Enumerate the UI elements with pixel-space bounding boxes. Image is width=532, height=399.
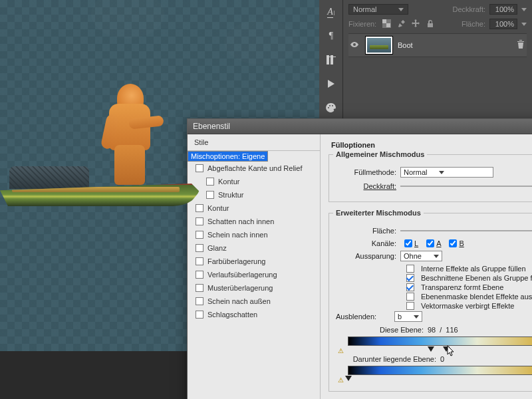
option-label: Interne Effekte als Gruppe füllen	[421, 265, 526, 273]
style-item[interactable]: Kontur	[188, 175, 320, 188]
svg-rect-5	[386, 23, 390, 27]
style-item[interactable]: Mischoptionen: Eigene	[188, 151, 268, 162]
channel-a[interactable]: A	[426, 239, 441, 247]
style-label: Mischoptionen: Eigene	[191, 152, 265, 160]
style-item[interactable]: Glanz	[188, 241, 320, 255]
trash-icon[interactable]	[516, 40, 525, 51]
style-label: Schein nach innen	[207, 231, 268, 239]
style-checkbox[interactable]	[196, 284, 203, 292]
style-item[interactable]: Verlaufsüberlagerung	[188, 268, 320, 281]
style-label: Schein nach außen	[207, 297, 271, 305]
blend-if-section: Ausblenden: b Diese Ebene: 98 / 116 255	[336, 311, 532, 375]
vertical-toolstrip: A| ¶	[319, 0, 343, 120]
layer-thumbnail[interactable]	[366, 37, 392, 54]
slider-shadow[interactable]	[345, 376, 352, 381]
measure-icon[interactable]	[319, 48, 343, 72]
general-blend-legend: Allgemeiner Mischmodus	[333, 150, 427, 158]
style-label: Kontur	[207, 204, 229, 212]
option-label: Beschnittene Ebenen als Gruppe f	[421, 274, 532, 282]
style-item[interactable]: Schlagschatten	[188, 308, 320, 321]
channel-b[interactable]: B	[449, 239, 464, 247]
option-label: Transparenz formt Ebene	[421, 283, 503, 291]
style-checkbox[interactable]	[206, 191, 214, 199]
fill-options-title: Fülloptionen	[331, 141, 532, 149]
under-layer-low: 0	[440, 355, 444, 363]
style-checkbox[interactable]	[206, 178, 214, 186]
fisherman-figure	[100, 84, 160, 197]
slider-shadow-b[interactable]	[443, 346, 450, 352]
style-label: Abgeflachte Kante und Relief	[207, 164, 303, 172]
slider-shadow-a[interactable]	[428, 346, 434, 352]
style-item[interactable]: Struktur	[188, 188, 320, 201]
style-label: Schlagschatten	[207, 311, 257, 319]
style-item[interactable]: Abgeflachte Kante und Relief	[188, 162, 320, 175]
this-layer-gradient[interactable]	[348, 336, 532, 346]
blendif-channel-select[interactable]: b	[394, 311, 422, 322]
lock-transparency-icon[interactable]	[382, 19, 391, 28]
style-item[interactable]: Farbüberlagerung	[188, 255, 320, 268]
visibility-eye-icon[interactable]	[350, 40, 360, 51]
option-label: Vektormaske verbirgt Effekte	[421, 302, 514, 310]
style-checkbox[interactable]	[196, 257, 203, 265]
svg-rect-2	[327, 57, 336, 57]
styles-list: Stile Mischoptionen: EigeneAbgeflachte K…	[188, 134, 321, 399]
play-icon[interactable]	[319, 72, 343, 96]
lock-move-icon[interactable]	[412, 19, 420, 28]
style-item[interactable]: Schein nach innen	[188, 228, 320, 241]
option-checkbox[interactable]	[406, 302, 414, 310]
layer-opacity-label: Deckkraft:	[452, 5, 485, 13]
palette-icon[interactable]	[319, 96, 343, 120]
style-checkbox[interactable]	[196, 217, 203, 225]
under-layer-gradient[interactable]	[348, 366, 532, 375]
lock-all-icon[interactable]	[426, 19, 435, 28]
option-label: Ebenenmaske blendet Effekte aus	[421, 293, 532, 301]
opacity-slider[interactable]	[400, 182, 532, 191]
this-layer-label: Diese Ebene:	[336, 326, 424, 334]
style-label: Schatten nach innen	[207, 217, 274, 225]
channel-l[interactable]: L	[404, 239, 418, 247]
this-layer-low2: 116	[446, 326, 458, 334]
fill-opacity-label: Fläche:	[333, 227, 396, 235]
svg-rect-4	[382, 19, 386, 23]
style-checkbox[interactable]	[196, 311, 203, 319]
knockout-select[interactable]: Ohne	[400, 251, 442, 261]
option-checkbox[interactable]	[406, 293, 414, 301]
chevron-down-icon[interactable]	[521, 8, 527, 11]
style-item[interactable]: Kontur	[188, 201, 320, 215]
paragraph-icon[interactable]: ¶	[319, 24, 343, 48]
fill-opacity-slider[interactable]	[400, 226, 532, 235]
option-checkbox[interactable]	[406, 283, 414, 291]
layer-blendmode-select[interactable]: Normal	[348, 4, 408, 15]
style-item[interactable]: Musterüberlagerung	[188, 281, 320, 295]
layer-fill-value[interactable]: 100%	[489, 19, 517, 29]
knockout-label: Aussparung:	[333, 252, 396, 260]
warn-icon	[338, 346, 346, 353]
text-a-icon[interactable]: A|	[319, 0, 343, 24]
opacity-label: Deckkraft:	[333, 182, 396, 190]
layer-fill-label: Fläche:	[462, 20, 485, 28]
chevron-down-icon[interactable]	[521, 23, 527, 26]
layer-opacity-value[interactable]: 100%	[489, 4, 517, 15]
this-layer-low: 98	[428, 326, 436, 334]
style-item[interactable]: Schein nach außen	[188, 295, 320, 308]
style-item[interactable]: Schatten nach innen	[188, 215, 320, 228]
layer-name[interactable]: Boot	[398, 41, 413, 49]
blend-mode-select[interactable]: Normal	[400, 167, 493, 178]
style-label: Farbüberlagerung	[207, 257, 265, 265]
style-checkbox[interactable]	[196, 271, 203, 279]
advanced-blend-group: Erweiterter Mischmodus Fläche: 100 Kanäl…	[329, 209, 532, 392]
style-checkbox[interactable]	[196, 297, 203, 305]
layers-panel: Normal Deckkraft: 100% Fixieren: Fläche:…	[343, 0, 532, 120]
style-checkbox[interactable]	[196, 231, 203, 239]
style-label: Glanz	[207, 244, 227, 252]
layer-row[interactable]: Boot	[348, 33, 527, 57]
advanced-blend-legend: Erweiterter Mischmodus	[333, 209, 424, 217]
blendif-label: Ausblenden:	[336, 313, 389, 321]
style-label: Struktur	[218, 191, 244, 199]
option-checkbox[interactable]	[406, 274, 414, 282]
dialog-title[interactable]: Ebenenstil	[188, 119, 532, 134]
style-checkbox[interactable]	[196, 244, 203, 252]
lock-brush-icon[interactable]	[397, 19, 406, 28]
layer-style-dialog: Ebenenstil Stile Mischoptionen: EigeneAb…	[187, 118, 532, 399]
option-checkbox[interactable]	[406, 265, 414, 273]
